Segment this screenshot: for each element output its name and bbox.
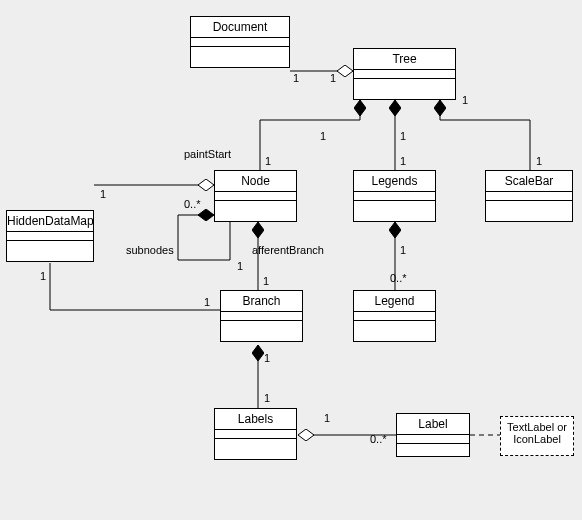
class-legend-name: Legend (354, 291, 435, 312)
note-text: TextLabel or IconLabel (507, 421, 567, 445)
note-label-types: TextLabel or IconLabel (500, 416, 574, 456)
mult-sb-1: 1 (536, 155, 542, 167)
class-legends: Legends (353, 170, 436, 222)
role-subnodes: subnodes (126, 244, 174, 256)
mult-tree-node-1: 1 (320, 130, 326, 142)
class-document: Document (190, 16, 290, 68)
mult-doc-1: 1 (293, 72, 299, 84)
mult-br-labels-1: 1 (264, 352, 270, 364)
class-document-name: Document (191, 17, 289, 38)
mult-lg-1: 1 (400, 155, 406, 167)
class-node-name: Node (215, 171, 296, 192)
class-labels-name: Labels (215, 409, 296, 430)
class-scalebar-name: ScaleBar (486, 171, 572, 192)
mult-tree-sb-1: 1 (462, 94, 468, 106)
class-label-name: Label (397, 414, 469, 435)
class-node: Node (214, 170, 297, 222)
mult-tree-lg-1: 1 (400, 130, 406, 142)
class-branch-name: Branch (221, 291, 302, 312)
mult-branch-1: 1 (263, 275, 269, 287)
class-hiddendatamap: HiddenDataMap (6, 210, 94, 262)
class-label: Label (396, 413, 470, 457)
role-afferentbranch: afferentBranch (252, 244, 324, 256)
class-tree-name: Tree (354, 49, 455, 70)
mult-label-0: 0..* (370, 433, 387, 445)
class-scalebar: ScaleBar (485, 170, 573, 222)
mult-node-sub-1: 1 (237, 260, 243, 272)
mult-node-sub-0: 0..* (184, 198, 201, 210)
role-paintstart: paintStart (184, 148, 231, 160)
mult-branch-hdm-1: 1 (204, 296, 210, 308)
mult-tree-doc-1: 1 (330, 72, 336, 84)
class-legend: Legend (353, 290, 436, 342)
mult-node-1: 1 (265, 155, 271, 167)
class-legends-name: Legends (354, 171, 435, 192)
mult-labels-1: 1 (264, 392, 270, 404)
class-labels: Labels (214, 408, 297, 460)
mult-labels-l-1: 1 (324, 412, 330, 424)
mult-legend-0: 0..* (390, 272, 407, 284)
class-hiddendatamap-name: HiddenDataMap (7, 211, 93, 232)
class-branch: Branch (220, 290, 303, 342)
mult-legends-1: 1 (400, 244, 406, 256)
class-tree: Tree (353, 48, 456, 100)
mult-hdm-1: 1 (100, 188, 106, 200)
mult-hdm-br-1: 1 (40, 270, 46, 282)
